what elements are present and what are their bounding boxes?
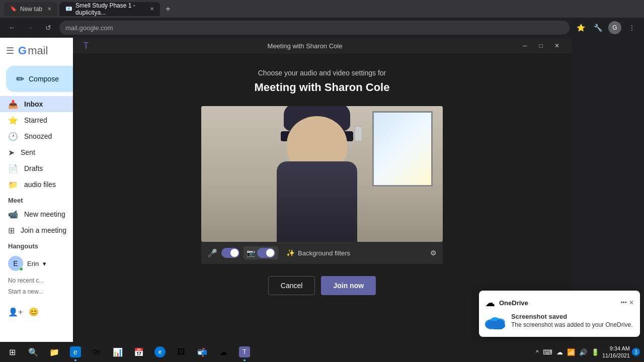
address-text: mail.google.com — [65, 24, 113, 32]
bg-filters-icon: ✨ — [286, 249, 295, 257]
sent-label: Sent — [21, 148, 35, 156]
add-people-icon[interactable]: 👤+ — [8, 307, 23, 317]
smiley-icon[interactable]: 😊 — [29, 307, 39, 317]
tab-label-new: New tab — [20, 6, 42, 13]
taskbar-ppts[interactable]: 📊 — [108, 342, 128, 362]
taskbar-store[interactable]: 🛍 — [87, 342, 107, 362]
clock: 9:34 AM 11/16/2021 — [602, 345, 630, 359]
hangouts-username: Erin — [27, 260, 39, 267]
search-button[interactable]: 🔍 — [24, 343, 42, 361]
battery-icon[interactable]: 🔋 — [591, 348, 599, 356]
hamburger-menu[interactable]: ☰ — [6, 45, 14, 56]
drafts-label: Drafts — [24, 164, 43, 172]
notification-badge[interactable]: 3 — [632, 348, 640, 356]
minimize-button[interactable]: ─ — [517, 38, 533, 54]
cancel-button[interactable]: Cancel — [268, 276, 315, 295]
starred-label: Starred — [24, 116, 47, 124]
onedrive-app-icon: ☁ — [218, 346, 229, 357]
notification-title: OneDrive — [499, 299, 620, 307]
onedrive-logo-big — [485, 313, 505, 331]
star-icon: ⭐ — [8, 116, 18, 125]
taskbar-onedrive-app[interactable]: ☁ — [213, 342, 233, 362]
date-display: 11/16/2021 — [602, 352, 630, 359]
bookmark-icon[interactable]: ⭐ — [574, 21, 588, 35]
taskbar-calendar-app[interactable]: 📅 — [129, 342, 149, 362]
toolbar-icons: ⭐ 🔧 G ⋮ — [574, 21, 639, 35]
tab-icon-gmail: 📧 — [65, 6, 72, 12]
notification-body: Screenshot saved The screenshot was adde… — [485, 313, 634, 331]
send-icon: ➤ — [8, 148, 15, 157]
action-buttons: Cancel Join now — [268, 276, 376, 295]
taskbar-onedrive-icon[interactable]: ☁ — [556, 348, 563, 356]
taskbar-teams-app[interactable]: T — [234, 342, 255, 362]
window-controls: ─ □ ✕ — [517, 38, 565, 54]
forward-button[interactable]: → — [23, 21, 37, 35]
tab-close-gmail[interactable]: ✕ — [150, 6, 154, 12]
gmail-logo-g: G — [18, 44, 27, 57]
windows-logo-icon: ⊞ — [9, 347, 16, 357]
bg-filters-label: Background filters — [298, 249, 350, 257]
taskbar-file-explorer[interactable]: 📁 — [44, 342, 64, 362]
inbox-icon: 📥 — [8, 100, 18, 109]
app7-icon: 📬 — [197, 346, 208, 357]
tab-icon-new: 🔖 — [10, 6, 17, 12]
profile-avatar: G — [608, 21, 621, 34]
video-preview-container — [201, 106, 443, 242]
profile-icon[interactable]: G — [608, 21, 622, 35]
teams-modal-title: Meeting with Sharon Cole — [93, 42, 517, 50]
back-button[interactable]: ← — [5, 21, 19, 35]
show-hidden-icon[interactable]: ^ — [536, 348, 539, 356]
refresh-button[interactable]: ↺ — [41, 21, 55, 35]
tab-new-tab[interactable]: 🔖 New tab ✕ — [4, 2, 57, 16]
tab-label-gmail: Smell Study Phase 1 - duplicitya... — [75, 2, 145, 16]
onedrive-logo-svg — [485, 314, 505, 329]
taskbar-items: 📁 e 🛍 📊 📅 e 🖼 📬 ☁ T — [44, 342, 255, 362]
background-filters-button[interactable]: ✨ Background filters — [286, 249, 350, 257]
video-toggle-knob — [266, 249, 274, 257]
store-icon: 🛍 — [91, 346, 102, 357]
wifi-icon[interactable]: 📶 — [567, 348, 575, 356]
video-toggle-container: 📷 — [244, 246, 278, 259]
hangouts-status-dot — [19, 267, 23, 271]
tab-gmail[interactable]: 📧 Smell Study Phase 1 - duplicitya... ✕ — [59, 2, 160, 16]
draft-icon: 📄 — [8, 164, 18, 173]
settings-button[interactable]: ⚙ — [430, 249, 437, 257]
video-preview — [201, 106, 443, 242]
more-icon[interactable]: ⋮ — [625, 21, 639, 35]
gmail-logo-text: mail — [28, 44, 48, 57]
taskbar-edge2[interactable]: e — [150, 342, 170, 362]
time-display: 9:34 AM — [602, 345, 630, 352]
volume-icon[interactable]: 🔊 — [579, 348, 587, 356]
onedrive-icon: ☁ — [485, 297, 495, 309]
keyboard-icon[interactable]: ⌨ — [543, 348, 552, 356]
close-button[interactable]: ✕ — [549, 38, 565, 54]
snoozed-label: Snoozed — [24, 132, 52, 140]
teams-titlebar: T Meeting with Sharon Cole ─ □ ✕ — [73, 38, 571, 54]
mic-button[interactable]: 🎤 — [207, 248, 217, 258]
person-torso — [277, 161, 357, 242]
calendar-app-icon: 📅 — [133, 346, 144, 357]
compose-icon: ✏ — [16, 73, 25, 85]
compose-label: Compose — [29, 75, 59, 83]
modal-subtitle: Choose your audio and video settings for — [258, 69, 386, 77]
taskbar-edge[interactable]: e — [65, 342, 86, 362]
clock-icon: 🕐 — [8, 132, 18, 141]
mic-toggle[interactable] — [221, 248, 239, 258]
video-toggle[interactable] — [257, 248, 275, 258]
new-tab-button[interactable]: + — [162, 3, 174, 15]
controls-bar: 🎤 📷 ✨ Background filters ⚙ — [201, 242, 443, 264]
notification-close-button[interactable]: ✕ — [629, 299, 634, 306]
extension-icon[interactable]: 🔧 — [591, 21, 605, 35]
notification-more-button[interactable]: ••• — [620, 299, 627, 306]
file-explorer-icon: 📁 — [49, 346, 60, 357]
taskbar-photos[interactable]: 🖼 — [171, 342, 191, 362]
join-now-button[interactable]: Join now — [321, 276, 376, 295]
taskbar-app7[interactable]: 📬 — [192, 342, 212, 362]
start-button[interactable]: ⊞ — [0, 342, 24, 362]
notification-text: Screenshot saved The screenshot was adde… — [511, 313, 632, 328]
tab-close-new[interactable]: ✕ — [47, 6, 51, 12]
onedrive-notification: ☁ OneDrive ••• ✕ Screenshot saved The sc… — [479, 291, 640, 337]
hangouts-avatar: E — [8, 256, 23, 271]
address-bar[interactable]: mail.google.com — [59, 21, 570, 35]
maximize-button[interactable]: □ — [533, 38, 549, 54]
